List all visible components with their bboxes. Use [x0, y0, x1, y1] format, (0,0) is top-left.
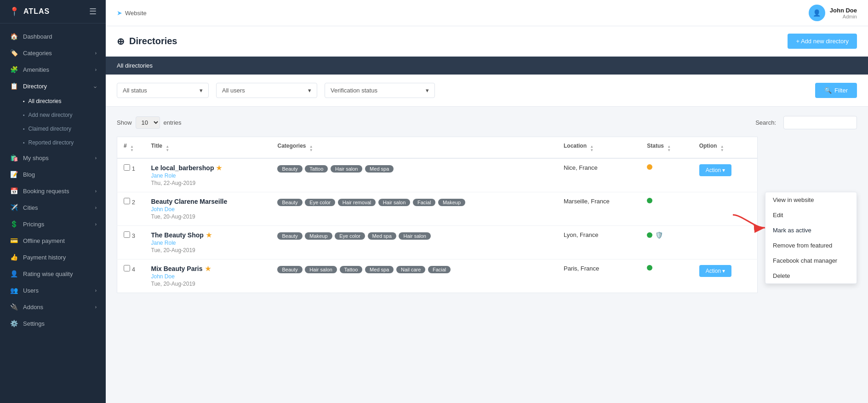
- sidebar-item-cities[interactable]: ✈️ Cities ›: [0, 199, 106, 216]
- sidebar-subitem-claimed-directory[interactable]: Claimed directory: [0, 122, 106, 136]
- user-role: Admin: [830, 14, 857, 19]
- sidebar-item-offline-payment[interactable]: 💳 Offline payment: [0, 232, 106, 249]
- cell-title: Mix Beauty Paris ★ John Doe Tue, 20-Aug-…: [145, 259, 271, 293]
- chevron-right-icon: ›: [95, 189, 97, 194]
- sidebar-item-pricings[interactable]: 💲 Pricings ›: [0, 216, 106, 232]
- sidebar-item-settings[interactable]: ⚙️ Settings: [0, 315, 106, 332]
- sidebar-item-directory[interactable]: 📋 Directory ⌵: [0, 78, 106, 94]
- cell-checkbox-num: 2: [117, 192, 145, 226]
- search-input[interactable]: [783, 116, 857, 129]
- user-info: John Doe Admin: [830, 7, 857, 19]
- table-row: 1 Le local_barbershop ★ Jane Role Thu, 2…: [117, 158, 758, 192]
- directory-title: Le local_barbershop ★: [151, 164, 265, 172]
- chevron-right-icon: ›: [95, 155, 97, 161]
- sidebar-item-users[interactable]: 👥 Users ›: [0, 282, 106, 299]
- cell-title: Beauty Clarene Marseille John Doe Tue, 2…: [145, 192, 271, 226]
- search-icon: 🔍: [824, 87, 832, 94]
- chevron-right-icon: ›: [95, 67, 97, 72]
- row-checkbox[interactable]: [124, 198, 130, 204]
- sidebar-item-label: Users: [23, 287, 39, 294]
- entries-label: entries: [164, 119, 182, 126]
- filter-row: All status ▾ All users ▾ Verification st…: [106, 75, 868, 107]
- chevron-right-icon: ›: [95, 305, 97, 310]
- category-tag: Beauty: [277, 199, 302, 206]
- row-checkbox[interactable]: [124, 265, 130, 271]
- sidebar-item-blog[interactable]: 📝 Blog: [0, 166, 106, 183]
- tab-all-directories[interactable]: All directories: [117, 62, 153, 69]
- show-label: Show: [117, 119, 132, 126]
- sidebar-item-booking-requests[interactable]: 📅 Booking requests ›: [0, 183, 106, 199]
- directory-user: John Doe: [151, 273, 265, 280]
- chevron-down-icon: ▾: [200, 87, 203, 94]
- hamburger-icon[interactable]: ☰: [89, 6, 97, 17]
- entries-select[interactable]: 10 25 50: [136, 116, 160, 129]
- category-tag: Med spa: [368, 232, 396, 240]
- dropdown-item-delete[interactable]: Delete: [765, 268, 857, 283]
- sidebar-item-rating-quality[interactable]: 👤 Rating wise quality: [0, 265, 106, 282]
- row-number: 3: [132, 232, 135, 239]
- sidebar-item-dashboard[interactable]: 🏠 Dashboard: [0, 28, 106, 45]
- row-checkbox[interactable]: [124, 231, 130, 238]
- col-status: Status ▲▼: [640, 137, 692, 159]
- dropdown-item-remove-featured[interactable]: Remove from featured: [765, 238, 857, 253]
- dropdown-item-edit[interactable]: Edit: [765, 207, 857, 223]
- dropdown-item-mark-active[interactable]: Mark as active: [765, 223, 857, 238]
- sidebar-item-label: Rating wise quality: [23, 271, 73, 277]
- directory-title: Beauty Clarene Marseille: [151, 198, 265, 205]
- subitem-label: All directories: [29, 98, 62, 104]
- status-filter[interactable]: All status ▾: [117, 83, 209, 98]
- directory-date: Thu, 22-Aug-2019: [151, 180, 265, 186]
- amenities-icon: 🧩: [9, 66, 18, 73]
- table-row: 2 Beauty Clarene Marseille John Doe Tue,…: [117, 192, 758, 226]
- page-title-text: Directories: [129, 36, 177, 46]
- verification-filter[interactable]: Verification status ▾: [325, 83, 435, 98]
- dropdown-item-view-website[interactable]: View in website: [765, 192, 857, 207]
- directory-date: Tue, 20-Aug-2019: [151, 213, 265, 220]
- sidebar-item-label: Addons: [23, 304, 43, 311]
- status-icons: 🛡️: [647, 231, 686, 239]
- topbar: ➤ Website 👤 John Doe Admin: [106, 0, 868, 26]
- users-filter-label: All users: [222, 87, 245, 94]
- chevron-right-icon: ›: [95, 222, 97, 227]
- sidebar-subitem-add-new-directory[interactable]: Add new directory: [0, 108, 106, 122]
- col-categories: Categories ▲▼: [271, 137, 557, 159]
- action-button[interactable]: Action ▾: [699, 265, 732, 277]
- cell-status: [640, 158, 692, 192]
- col-option: Option ▲▼: [693, 137, 758, 159]
- sidebar-item-addons[interactable]: 🔌 Addons ›: [0, 299, 106, 315]
- dropdown-item-facebook-chat[interactable]: Facebook chat manager: [765, 253, 857, 268]
- action-button[interactable]: Action ▾: [699, 164, 732, 176]
- row-number: 1: [132, 165, 135, 172]
- sidebar-item-categories[interactable]: 🏷️ Categories ›: [0, 45, 106, 61]
- sort-icon: ▲▼: [166, 145, 169, 152]
- users-filter[interactable]: All users ▾: [216, 83, 317, 98]
- pricings-icon: 💲: [9, 220, 18, 228]
- row-checkbox[interactable]: [124, 164, 130, 171]
- sidebar-item-amenities[interactable]: 🧩 Amenities ›: [0, 61, 106, 78]
- add-new-directory-button[interactable]: + Add new directory: [788, 34, 857, 49]
- directory-title: The Beauty Shop ★: [151, 231, 265, 239]
- status-filter-label: All status: [123, 87, 147, 94]
- directories-icon: ⊕: [117, 36, 125, 47]
- tab-bar: All directories: [106, 57, 868, 75]
- sidebar-item-payment-history[interactable]: 👍 Payment history: [0, 249, 106, 265]
- sidebar-subitem-all-directories[interactable]: All directories: [0, 94, 106, 108]
- dashboard-icon: 🏠: [9, 33, 18, 40]
- featured-star-icon: ★: [216, 164, 222, 172]
- sidebar-subitem-reported-directory[interactable]: Reported directory: [0, 136, 106, 150]
- directory-user: Jane Role: [151, 240, 265, 246]
- category-tag: Beauty: [277, 232, 302, 240]
- featured-star-icon: ★: [206, 231, 212, 239]
- sidebar-item-my-shops[interactable]: 🛍️ My shops ›: [0, 150, 106, 166]
- my-shops-icon: 🛍️: [9, 154, 18, 161]
- sidebar-item-label: Directory: [23, 83, 47, 90]
- topbar-website-link[interactable]: ➤ Website: [117, 9, 147, 17]
- category-tag: Eye color: [335, 232, 365, 240]
- cell-checkbox-num: 3: [117, 226, 145, 259]
- filter-button[interactable]: 🔍 Filter: [815, 83, 857, 98]
- category-tag: Tattoo: [340, 266, 363, 273]
- category-tag: Hair salon: [305, 266, 337, 273]
- logo-text: ATLAS: [23, 7, 50, 16]
- sidebar-item-label: My shops: [23, 155, 49, 161]
- blog-icon: 📝: [9, 171, 18, 178]
